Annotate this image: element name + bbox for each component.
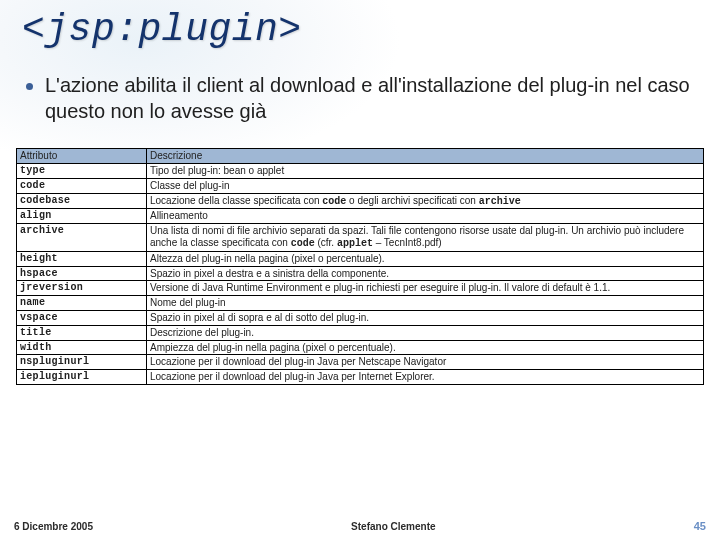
attr-cell: archive xyxy=(17,224,147,252)
desc-cell: Locazione per il download del plug-in Ja… xyxy=(147,370,704,385)
table-row: heightAltezza del plug-in nella pagina (… xyxy=(17,251,704,266)
attr-cell: align xyxy=(17,209,147,224)
desc-cell: Ampiezza del plug-in nella pagina (pixel… xyxy=(147,340,704,355)
attr-cell: vspace xyxy=(17,310,147,325)
bullet-item: L'azione abilita il client al download e… xyxy=(22,73,698,124)
table-row: widthAmpiezza del plug-in nella pagina (… xyxy=(17,340,704,355)
table-row: typeTipo del plug-in: bean o applet xyxy=(17,163,704,178)
desc-cell: Locazione della classe specificata con c… xyxy=(147,193,704,209)
table-row: hspaceSpazio in pixel a destra e a sinis… xyxy=(17,266,704,281)
table-row: nameNome del plug-in xyxy=(17,296,704,311)
table-row: nspluginurlLocazione per il download del… xyxy=(17,355,704,370)
attr-cell: iepluginurl xyxy=(17,370,147,385)
header-attribute: Attributo xyxy=(17,149,147,164)
attr-cell: width xyxy=(17,340,147,355)
bullet-text: L'azione abilita il client al download e… xyxy=(45,73,698,124)
table-header-row: Attributo Descrizione xyxy=(17,149,704,164)
slide: <jsp:plugin> L'azione abilita il client … xyxy=(0,0,720,540)
footer-author: Stefano Clemente xyxy=(351,521,435,532)
attr-cell: height xyxy=(17,251,147,266)
footer-date: 6 Dicembre 2005 xyxy=(14,521,93,532)
attributes-table-wrap: Attributo Descrizione typeTipo del plug-… xyxy=(16,148,704,385)
attr-cell: codebase xyxy=(17,193,147,209)
desc-cell: Allineamento xyxy=(147,209,704,224)
attr-cell: hspace xyxy=(17,266,147,281)
table-row: archiveUna lista di nomi di file archivi… xyxy=(17,224,704,252)
attr-cell: nspluginurl xyxy=(17,355,147,370)
desc-cell: Versione di Java Runtime Environment e p… xyxy=(147,281,704,296)
slide-footer: 6 Dicembre 2005 Stefano Clemente 45 xyxy=(0,520,720,532)
table-row: codeClasse del plug-in xyxy=(17,178,704,193)
desc-cell: Spazio in pixel al di sopra e al di sott… xyxy=(147,310,704,325)
table-row: vspaceSpazio in pixel al di sopra e al d… xyxy=(17,310,704,325)
desc-cell: Una lista di nomi di file archivio separ… xyxy=(147,224,704,252)
table-row: jreversionVersione di Java Runtime Envir… xyxy=(17,281,704,296)
slide-title: <jsp:plugin> xyxy=(22,8,698,51)
attr-cell: code xyxy=(17,178,147,193)
attr-cell: name xyxy=(17,296,147,311)
desc-cell: Nome del plug-in xyxy=(147,296,704,311)
desc-cell: Tipo del plug-in: bean o applet xyxy=(147,163,704,178)
attr-cell: type xyxy=(17,163,147,178)
desc-cell: Locazione per il download del plug-in Ja… xyxy=(147,355,704,370)
bullet-dot-icon xyxy=(26,83,33,90)
attr-cell: title xyxy=(17,325,147,340)
desc-cell: Spazio in pixel a destra e a sinistra de… xyxy=(147,266,704,281)
header-description: Descrizione xyxy=(147,149,704,164)
desc-cell: Descrizione del plug-in. xyxy=(147,325,704,340)
table-row: alignAllineamento xyxy=(17,209,704,224)
table-row: codebaseLocazione della classe specifica… xyxy=(17,193,704,209)
desc-cell: Classe del plug-in xyxy=(147,178,704,193)
attr-cell: jreversion xyxy=(17,281,147,296)
table-row: titleDescrizione del plug-in. xyxy=(17,325,704,340)
attributes-table: Attributo Descrizione typeTipo del plug-… xyxy=(16,148,704,385)
footer-page-number: 45 xyxy=(694,520,706,532)
table-row: iepluginurlLocazione per il download del… xyxy=(17,370,704,385)
desc-cell: Altezza del plug-in nella pagina (pixel … xyxy=(147,251,704,266)
